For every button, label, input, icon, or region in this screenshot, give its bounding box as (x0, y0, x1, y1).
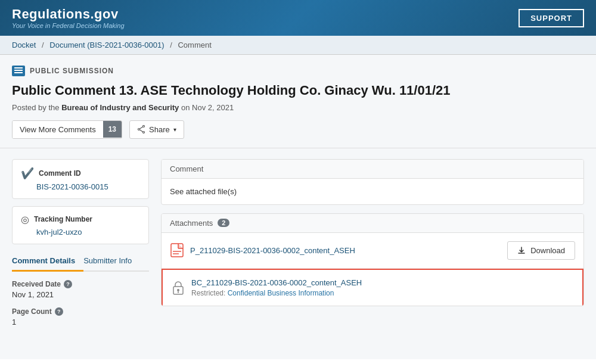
received-date-label: Received Date ? (12, 280, 149, 288)
two-col-layout: ✔️ Comment ID BIS-2021-0036-0015 ◎ Track… (0, 148, 596, 346)
submission-type-label: PUBLIC SUBMISSION (30, 67, 114, 75)
comment-section-card: Comment See attached file(s) (161, 159, 584, 205)
share-label: Share (149, 125, 170, 134)
attachments-section-card: Attachments 2 (161, 213, 584, 306)
view-more-comments-button[interactable]: View More Comments 13 (12, 120, 122, 139)
action-buttons: View More Comments 13 Share ▾ (12, 120, 584, 139)
attachment-1-left: P_211029-BIS-2021-0036-0002_content_ASEH (170, 243, 355, 257)
posted-by-suffix: on Nov 2, 2021 (179, 103, 234, 112)
right-column: Comment See attached file(s) Attachments… (161, 159, 584, 335)
breadcrumb: Docket / Document (BIS-2021-0036-0001) /… (0, 36, 596, 55)
breadcrumb-sep-2: / (170, 41, 172, 49)
support-button[interactable]: SUPPORT (519, 9, 584, 27)
public-submission-icon (12, 66, 25, 76)
svg-point-16 (177, 289, 179, 291)
svg-rect-2 (14, 72, 23, 73)
attachment-item-2: BC_211029-BIS-2021-0036-0002_content_ASE… (162, 269, 583, 306)
tabs-row: Comment Details Submitter Info (12, 251, 149, 272)
attachment-item-1: P_211029-BIS-2021-0036-0002_content_ASEH… (162, 233, 583, 269)
comment-section-header: Comment (162, 160, 583, 179)
page-count-help-icon: ? (55, 307, 63, 316)
comment-id-value: BIS-2021-0036-0015 (21, 182, 140, 191)
attachments-section-header: Attachments 2 (162, 214, 583, 233)
attachment-2-name: BC_211029-BIS-2021-0036-0002_content_ASE… (191, 278, 362, 287)
download-label-1: Download (530, 246, 565, 255)
download-button-1[interactable]: Download (507, 241, 575, 260)
submission-header: PUBLIC SUBMISSION Public Comment 13. ASE… (0, 55, 596, 148)
attachments-count-badge: 2 (218, 219, 229, 227)
svg-point-3 (143, 126, 145, 127)
posted-by-org: Bureau of Industry and Security (61, 103, 179, 112)
comment-id-card: ✔️ Comment ID BIS-2021-0036-0015 (12, 159, 149, 199)
logo-title: Regulations.gov (12, 7, 125, 22)
submission-meta: Posted by the Bureau of Industry and Sec… (12, 103, 584, 112)
comment-section-body: See attached file(s) (162, 179, 583, 204)
view-more-label: View More Comments (13, 121, 103, 138)
attachments-label: Attachments (170, 219, 213, 228)
page-count-value: 1 (12, 318, 149, 326)
attachment-2-left: BC_211029-BIS-2021-0036-0002_content_ASE… (171, 278, 362, 297)
left-column: ✔️ Comment ID BIS-2021-0036-0015 ◎ Track… (12, 159, 149, 335)
comment-id-label: Comment ID (39, 169, 81, 178)
tracking-number-card: ◎ Tracking Number kvh-jul2-uxzo (12, 206, 149, 244)
target-icon: ◎ (21, 214, 29, 225)
svg-rect-0 (14, 67, 23, 69)
tab-comment-details[interactable]: Comment Details (12, 251, 83, 272)
svg-point-5 (138, 129, 140, 130)
received-date-value: Nov 1, 2021 (12, 290, 149, 299)
logo: Regulations.gov Your Voice in Federal De… (12, 7, 125, 29)
breadcrumb-docket-link[interactable]: Docket (12, 41, 36, 49)
lock-icon (171, 281, 185, 295)
svg-line-6 (139, 127, 142, 129)
restricted-info: BC_211029-BIS-2021-0036-0002_content_ASE… (191, 278, 362, 297)
attachment-1-name: P_211029-BIS-2021-0036-0002_content_ASEH (190, 246, 355, 255)
share-chevron-icon: ▾ (173, 126, 176, 133)
main-content: PUBLIC SUBMISSION Public Comment 13. ASE… (0, 55, 596, 359)
submission-title: Public Comment 13. ASE Technology Holdin… (12, 82, 584, 99)
page-count-label: Page Count ? (12, 307, 149, 316)
svg-rect-1 (14, 70, 23, 71)
received-date-help-icon: ? (64, 280, 72, 288)
breadcrumb-current: Comment (178, 41, 211, 49)
restricted-label: Restricted: Confidential Business Inform… (191, 289, 362, 297)
svg-line-7 (139, 130, 142, 132)
tracking-number-label: Tracking Number (34, 215, 92, 223)
posted-by-prefix: Posted by the (12, 103, 61, 112)
view-more-count-badge: 13 (103, 121, 122, 138)
share-icon (137, 125, 145, 133)
breadcrumb-document-link[interactable]: Document (BIS-2021-0036-0001) (49, 41, 164, 49)
tab-submitter-info[interactable]: Submitter Info (83, 251, 140, 272)
share-button[interactable]: Share ▾ (129, 120, 184, 139)
svg-rect-12 (173, 251, 181, 252)
received-date-group: Received Date ? Nov 1, 2021 (12, 280, 149, 299)
svg-point-4 (143, 132, 145, 133)
restricted-type-link[interactable]: Confidential Business Information (228, 289, 334, 297)
page-count-group: Page Count ? 1 (12, 307, 149, 326)
logo-subtitle: Your Voice in Federal Decision Making (12, 22, 125, 29)
svg-rect-8 (171, 244, 183, 257)
file-icon-1 (170, 243, 184, 257)
svg-rect-13 (173, 253, 179, 254)
download-icon-1 (517, 246, 526, 254)
comment-id-icon-row: ✔️ Comment ID (21, 167, 140, 180)
site-header: Regulations.gov Your Voice in Federal De… (0, 0, 596, 36)
shield-check-icon: ✔️ (21, 167, 34, 180)
tracking-number-value: kvh-jul2-uxzo (21, 228, 140, 237)
tracking-icon-row: ◎ Tracking Number (21, 214, 140, 225)
breadcrumb-sep-1: / (42, 41, 44, 49)
submission-type-badge: PUBLIC SUBMISSION (12, 66, 584, 76)
